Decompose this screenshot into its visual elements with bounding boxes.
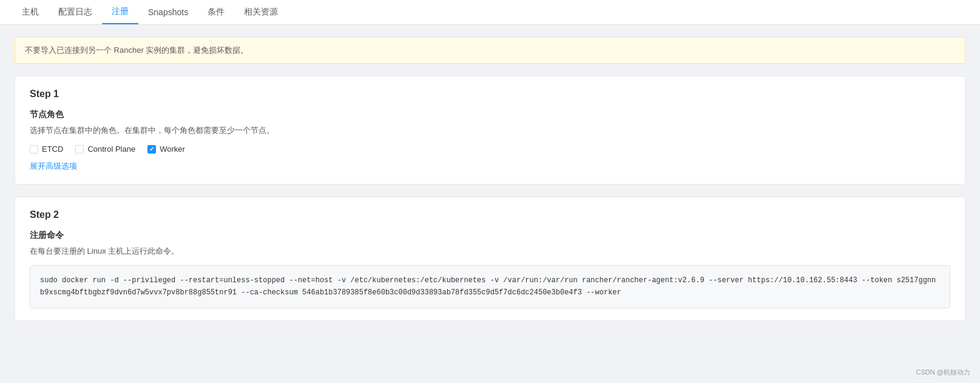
step2-section-title: 注册命令 bbox=[30, 230, 950, 241]
step2-section-desc: 在每台要注册的 Linux 主机上运行此命令。 bbox=[30, 246, 950, 257]
tab-conditions[interactable]: 条件 bbox=[198, 1, 234, 24]
checkbox-control-plane-text: Control Plane bbox=[87, 144, 135, 154]
tab-config-log[interactable]: 配置日志 bbox=[49, 1, 102, 24]
step1-card: Step 1 节点角色 选择节点在集群中的角色。在集群中，每个角色都需要至少一个… bbox=[15, 76, 965, 185]
checkbox-worker[interactable] bbox=[147, 145, 156, 154]
checkbox-worker-text: Worker bbox=[160, 144, 185, 154]
checkbox-etcd-label[interactable]: ETCD bbox=[30, 144, 63, 154]
step2-card: Step 2 注册命令 在每台要注册的 Linux 主机上运行此命令。 sudo… bbox=[15, 197, 965, 321]
command-box[interactable]: sudo docker run -d --privileged --restar… bbox=[30, 265, 950, 308]
checkbox-worker-label[interactable]: Worker bbox=[147, 144, 185, 154]
watermark: CSDN @机核动力 bbox=[916, 368, 970, 377]
tab-register[interactable]: 注册 bbox=[102, 0, 138, 24]
checkbox-etcd[interactable] bbox=[30, 145, 38, 154]
tab-host[interactable]: 主机 bbox=[12, 1, 49, 24]
step1-section-desc: 选择节点在集群中的角色。在集群中，每个角色都需要至少一个节点。 bbox=[30, 125, 950, 136]
checkbox-row: ETCD Control Plane Worker bbox=[30, 144, 950, 154]
checkbox-etcd-text: ETCD bbox=[42, 144, 63, 154]
warning-banner: 不要导入已连接到另一个 Rancher 实例的集群，避免损坏数据。 bbox=[15, 37, 965, 64]
tab-related-resources[interactable]: 相关资源 bbox=[234, 1, 288, 24]
advanced-options-link[interactable]: 展开高级选项 bbox=[30, 161, 77, 172]
step1-title: Step 1 bbox=[30, 89, 950, 100]
checkbox-control-plane-label[interactable]: Control Plane bbox=[75, 144, 135, 154]
main-content: 不要导入已连接到另一个 Rancher 实例的集群，避免损坏数据。 Step 1… bbox=[0, 25, 980, 383]
tab-snapshots[interactable]: Snapshots bbox=[138, 1, 198, 23]
step2-title: Step 2 bbox=[30, 209, 950, 220]
tab-bar: 主机 配置日志 注册 Snapshots 条件 相关资源 bbox=[0, 0, 980, 25]
page-container: 主机 配置日志 注册 Snapshots 条件 相关资源 不要导入已连接到另一个… bbox=[0, 0, 980, 383]
step1-section-title: 节点角色 bbox=[30, 109, 950, 120]
warning-text: 不要导入已连接到另一个 Rancher 实例的集群，避免损坏数据。 bbox=[25, 46, 248, 55]
checkbox-control-plane[interactable] bbox=[75, 145, 84, 154]
